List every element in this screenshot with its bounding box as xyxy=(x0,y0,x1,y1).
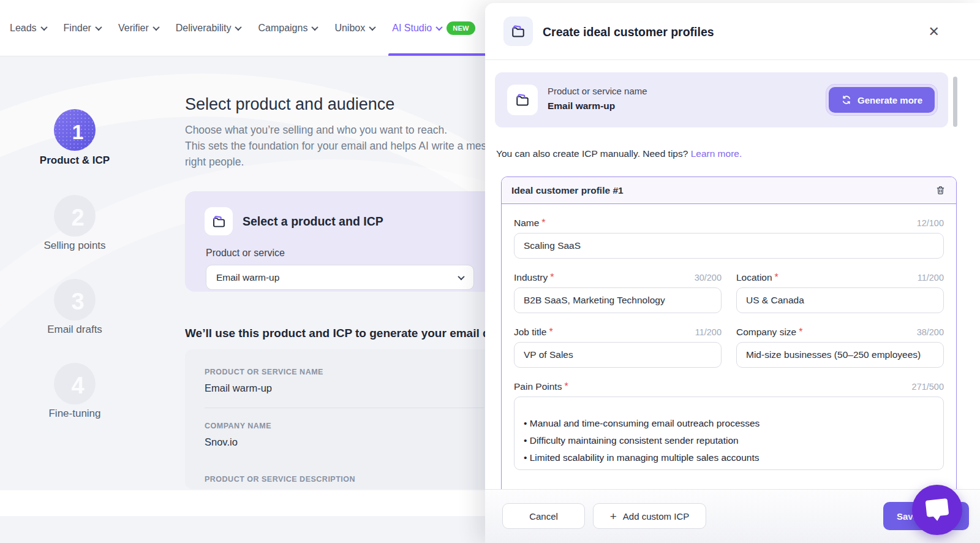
modal-scrollbar[interactable] xyxy=(953,77,957,127)
location-input[interactable] xyxy=(736,287,944,313)
divider xyxy=(205,408,484,408)
pain-points-counter: 271/500 xyxy=(912,382,944,392)
nav-label: Deliverability xyxy=(176,23,232,34)
create-icp-modal: Create ideal customer profiles ✕ Product… xyxy=(485,3,980,543)
nav-item-finder[interactable]: Finder xyxy=(64,0,101,56)
nav-label: AI Studio xyxy=(392,23,432,34)
app-window: Leads Finder Verifier Deliverability Cam… xyxy=(0,0,980,543)
industry-input[interactable] xyxy=(514,287,722,313)
pain-points-value: • Manual and time-consuming email outrea… xyxy=(524,415,934,470)
cancel-button[interactable]: Cancel xyxy=(502,503,585,529)
industry-counter: 30/200 xyxy=(695,273,722,283)
pain-points-label: Pain Points xyxy=(514,381,562,392)
step-number: 2 xyxy=(71,205,84,231)
chat-bubble-icon xyxy=(925,498,949,517)
manual-icp-tip: You can also create ICP manually. Need t… xyxy=(496,148,742,159)
industry-label: Industry xyxy=(514,272,548,283)
learn-more-link[interactable]: Learn more. xyxy=(691,148,742,159)
sync-icon xyxy=(841,94,852,105)
add-custom-icp-button[interactable]: + Add custom ICP xyxy=(593,503,706,529)
nav-item-leads[interactable]: Leads xyxy=(10,0,47,56)
name-input[interactable] xyxy=(514,233,944,259)
plus-icon: + xyxy=(610,511,617,522)
job-title-counter: 11/200 xyxy=(695,327,722,337)
chevron-down-icon xyxy=(40,23,47,30)
icp-card-body: Name * 12/100 Industry * 30/200 xyxy=(502,204,956,470)
generate-more-label: Generate more xyxy=(858,95,922,105)
banner-product-value: Email warm-up xyxy=(548,101,615,112)
summary-product-name-label: PRODUCT OR SERVICE NAME xyxy=(205,368,484,376)
product-banner: Product or service name Email warm-up Ge… xyxy=(495,72,948,127)
new-badge: NEW xyxy=(447,21,475,35)
add-custom-icp-label: Add custom ICP xyxy=(623,511,689,522)
generate-more-button[interactable]: Generate more xyxy=(829,87,935,113)
step-1-label: Product & ICP xyxy=(7,154,142,167)
banner-product-label: Product or service name xyxy=(548,86,647,96)
nav-label: Unibox xyxy=(334,23,365,34)
pain-points-textarea[interactable]: • Manual and time-consuming email outrea… xyxy=(514,397,944,470)
select-product-card: Select a product and ICP Product or serv… xyxy=(185,191,503,292)
step-4-label: Fine-tuning xyxy=(7,408,142,420)
chevron-down-icon xyxy=(235,23,242,30)
nav-label: Leads xyxy=(10,23,37,34)
nav-item-verifier[interactable]: Verifier xyxy=(118,0,159,56)
step-number: 4 xyxy=(71,373,84,399)
required-mark: * xyxy=(541,218,545,229)
nav-label: Verifier xyxy=(118,23,149,34)
required-mark: * xyxy=(775,272,778,283)
summary-description-label: PRODUCT OR SERVICE DESCRIPTION xyxy=(205,475,484,484)
product-or-service-label: Product or service xyxy=(206,248,285,259)
modal-title: Create ideal customer profiles xyxy=(543,25,714,39)
chat-widget-button[interactable] xyxy=(912,485,962,535)
nav-item-deliverability[interactable]: Deliverability xyxy=(176,0,241,56)
select-product-card-title: Select a product and ICP xyxy=(243,215,383,229)
close-icon[interactable]: ✕ xyxy=(929,24,940,40)
product-select-value: Email warm-up xyxy=(216,272,279,283)
step-2-circle: 2 xyxy=(54,195,96,237)
modal-footer: Cancel + Add custom ICP Save xyxy=(485,489,980,543)
nav-label: Campaigns xyxy=(258,23,307,34)
nav-item-ai-studio[interactable]: AI Studio NEW xyxy=(392,0,475,56)
required-mark: * xyxy=(550,272,554,283)
chevron-down-icon xyxy=(369,23,376,30)
nav-label: Finder xyxy=(64,23,91,34)
icp-card: Ideal customer profile #1 Name * 12/100 xyxy=(501,177,957,520)
step-number: 1 xyxy=(72,120,84,144)
step-2-label: Selling points xyxy=(7,240,142,252)
chevron-down-icon xyxy=(95,23,102,30)
step-number: 3 xyxy=(71,289,84,315)
step-4-circle: 4 xyxy=(54,363,96,404)
folder-icon xyxy=(507,85,538,115)
step-3-label: Email drafts xyxy=(7,324,142,336)
company-size-label: Company size xyxy=(736,327,796,338)
summary-company-label: COMPANY NAME xyxy=(205,422,484,430)
job-title-input[interactable] xyxy=(514,342,722,368)
chevron-down-icon xyxy=(312,23,318,30)
step-3-circle: 3 xyxy=(54,279,96,321)
trash-icon[interactable] xyxy=(935,184,946,196)
job-title-label: Job title xyxy=(514,327,546,338)
chevron-down-icon xyxy=(435,23,442,30)
location-label: Location xyxy=(736,272,772,283)
company-size-input[interactable] xyxy=(736,342,944,368)
use-product-heading: We’ll use this product and ICP to genera… xyxy=(185,327,528,340)
required-mark: * xyxy=(549,327,552,338)
page-footer-strip xyxy=(0,490,485,516)
company-size-counter: 38/200 xyxy=(917,327,944,337)
icp-card-header: Ideal customer profile #1 xyxy=(502,177,956,204)
location-counter: 11/200 xyxy=(918,273,944,283)
chevron-down-icon xyxy=(153,23,159,30)
required-mark: * xyxy=(564,381,568,392)
summary-product-name-value: Email warm-up xyxy=(205,382,484,394)
summary-company-value: Snov.io xyxy=(205,436,484,448)
required-mark: * xyxy=(799,327,802,338)
nav-item-campaigns[interactable]: Campaigns xyxy=(258,0,317,56)
folder-icon xyxy=(503,17,533,46)
page-title: Select product and audience xyxy=(185,95,394,114)
product-select[interactable]: Email warm-up xyxy=(206,265,474,290)
icp-card-title: Ideal customer profile #1 xyxy=(511,185,624,196)
chevron-down-icon xyxy=(458,273,464,279)
product-summary-card: PRODUCT OR SERVICE NAME Email warm-up CO… xyxy=(185,349,503,489)
folder-icon xyxy=(205,207,233,235)
nav-item-unibox[interactable]: Unibox xyxy=(334,0,375,56)
